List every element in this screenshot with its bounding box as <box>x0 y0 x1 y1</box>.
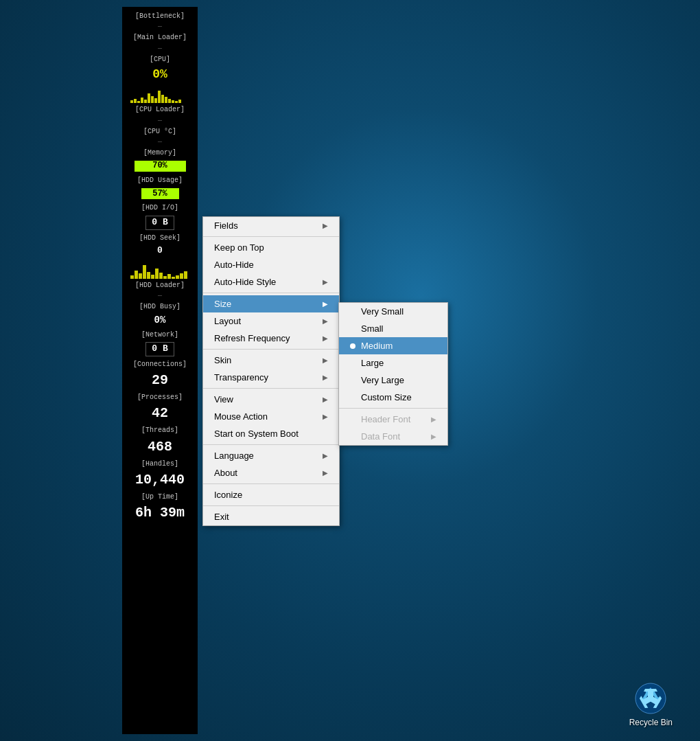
cpu-value: 0% <box>122 65 198 84</box>
hdd-busy-value: 0% <box>122 312 198 328</box>
main-loader-label: [Main Loader] <box>122 31 198 43</box>
connections-value: 29 <box>122 370 198 391</box>
cpu-graph <box>129 84 191 103</box>
skin-arrow: ▶ <box>323 356 328 364</box>
submenu-item-very-large[interactable]: Very Large <box>339 372 447 389</box>
language-arrow: ▶ <box>323 452 328 459</box>
cpu-label: [CPU] <box>122 53 198 65</box>
menu-item-fields[interactable]: Fields ▶ <box>203 217 339 234</box>
processes-value: 42 <box>122 403 198 424</box>
data-font-arrow: ▶ <box>431 433 436 440</box>
radio-dot-medium <box>350 343 355 349</box>
hdd-loader-label: [HDD Loader] <box>122 279 198 291</box>
recycle-bin-label: Recycle Bin <box>629 718 673 727</box>
menu-separator-6 <box>203 483 339 484</box>
menu-item-exit[interactable]: Exit <box>203 508 339 525</box>
auto-hide-style-arrow: ▶ <box>323 278 328 286</box>
menu-item-size[interactable]: Size ▶ <box>203 295 339 312</box>
fields-arrow: ▶ <box>323 222 328 229</box>
sidebar-widget: [Bottleneck] — [Main Loader] — [CPU] 0% <box>122 7 198 734</box>
header-font-arrow: ▶ <box>431 415 436 423</box>
recycle-bin[interactable]: Recycle Bin <box>629 682 673 727</box>
menu-item-mouse-action[interactable]: Mouse Action ▶ <box>203 408 339 425</box>
memory-bar-container: 70% <box>122 159 198 174</box>
bottleneck-label: [Bottleneck] <box>122 10 198 22</box>
transparency-arrow: ▶ <box>323 374 328 381</box>
size-submenu: Very Small Small Medium Large Very Large… <box>338 302 448 446</box>
hdd-seek-label: [HDD Seek] <box>122 231 198 244</box>
menu-item-auto-hide[interactable]: Auto-Hide <box>203 256 339 273</box>
submenu-separator-1 <box>339 408 447 409</box>
mouse-action-arrow: ▶ <box>323 413 328 420</box>
refresh-frequency-arrow: ▶ <box>323 334 328 342</box>
hdd-usage-label: [HDD Usage] <box>122 174 198 186</box>
submenu-item-very-small[interactable]: Very Small <box>339 303 447 320</box>
handles-value: 10,440 <box>122 470 198 490</box>
handles-label: [Handles] <box>122 457 198 470</box>
menu-item-auto-hide-style[interactable]: Auto-Hide Style ▶ <box>203 273 339 290</box>
size-arrow: ▶ <box>323 300 328 308</box>
threads-value: 468 <box>122 437 198 457</box>
menu-item-about[interactable]: About ▶ <box>203 464 339 481</box>
hdd-io-value: 0 B <box>122 214 198 231</box>
menu-item-iconize[interactable]: Iconize <box>203 486 339 503</box>
network-label: [Network] <box>122 328 198 341</box>
recycle-bin-icon <box>634 682 667 715</box>
submenu-item-header-font[interactable]: Header Font ▶ <box>339 411 447 428</box>
hdd-usage-bar-container: 57% <box>122 186 198 201</box>
view-arrow: ▶ <box>323 396 328 403</box>
divider-2: — <box>122 44 198 53</box>
menu-separator-1 <box>203 236 339 237</box>
cpu-temp-label: [CPU °C] <box>122 125 198 137</box>
threads-label: [Threads] <box>122 424 198 436</box>
menu-item-layout[interactable]: Layout ▶ <box>203 312 339 330</box>
hdd-seek-value: 0 <box>122 244 198 258</box>
uptime-value: 6h 39m <box>122 503 198 523</box>
menu-item-view[interactable]: View ▶ <box>203 391 339 408</box>
submenu-item-data-font[interactable]: Data Font ▶ <box>339 428 447 445</box>
context-menu: Fields ▶ Keep on Top Auto-Hide Auto-Hide… <box>202 216 340 526</box>
menu-item-start-on-system-boot[interactable]: Start on System Boot <box>203 425 339 442</box>
divider-4: — <box>122 137 198 146</box>
layout-arrow: ▶ <box>323 317 328 325</box>
submenu-item-medium[interactable]: Medium <box>339 337 447 354</box>
connections-label: [Connections] <box>122 358 198 370</box>
menu-separator-2 <box>203 293 339 293</box>
submenu-item-large[interactable]: Large <box>339 354 447 372</box>
divider-3: — <box>122 116 198 125</box>
menu-separator-4 <box>203 388 339 389</box>
divider-5: — <box>122 291 198 300</box>
menu-separator-3 <box>203 349 339 350</box>
hdd-io-label: [HDD I/O] <box>122 201 198 214</box>
menu-item-skin[interactable]: Skin ▶ <box>203 352 339 369</box>
divider-1: — <box>122 22 198 31</box>
cpu-loader-label: [CPU Loader] <box>122 103 198 115</box>
submenu-item-small[interactable]: Small <box>339 320 447 337</box>
processes-label: [Processes] <box>122 391 198 403</box>
about-arrow: ▶ <box>323 469 328 477</box>
menu-item-refresh-frequency[interactable]: Refresh Frequency ▶ <box>203 330 339 347</box>
uptime-label: [Up Time] <box>122 490 198 503</box>
menu-separator-7 <box>203 505 339 506</box>
submenu-item-custom-size[interactable]: Custom Size <box>339 389 447 406</box>
network-value: 0 B <box>122 341 198 358</box>
menu-separator-5 <box>203 444 339 445</box>
hdd-seek-graph <box>129 258 191 279</box>
hdd-busy-label: [HDD Busy] <box>122 300 198 312</box>
menu-item-language[interactable]: Language ▶ <box>203 447 339 464</box>
menu-item-transparency[interactable]: Transparency ▶ <box>203 369 339 386</box>
menu-item-keep-on-top[interactable]: Keep on Top <box>203 239 339 256</box>
memory-label: [Memory] <box>122 146 198 159</box>
